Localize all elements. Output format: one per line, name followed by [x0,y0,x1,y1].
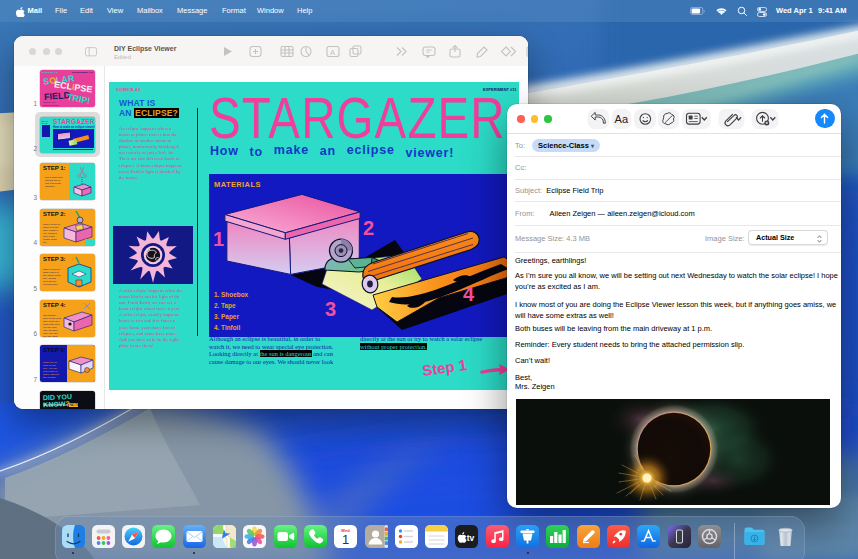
svg-text:2: 2 [363,217,374,239]
svg-text:MATERIALS: MATERIALS [214,180,261,189]
svg-text:Aa: Aa [615,113,629,125]
svg-text:1: 1 [342,532,349,547]
svg-text:1. Shoebox: 1. Shoebox [214,291,249,298]
svg-text:4: 4 [463,283,475,305]
svg-text:A: A [330,48,335,57]
svg-text:3: 3 [325,298,336,320]
svg-text:tv: tv [467,533,475,543]
svg-text:4. Tinfoil: 4. Tinfoil [214,324,240,331]
svg-text:3. Paper: 3. Paper [214,313,239,321]
svg-text:1: 1 [213,228,224,250]
svg-text:2. Tape: 2. Tape [214,302,236,310]
